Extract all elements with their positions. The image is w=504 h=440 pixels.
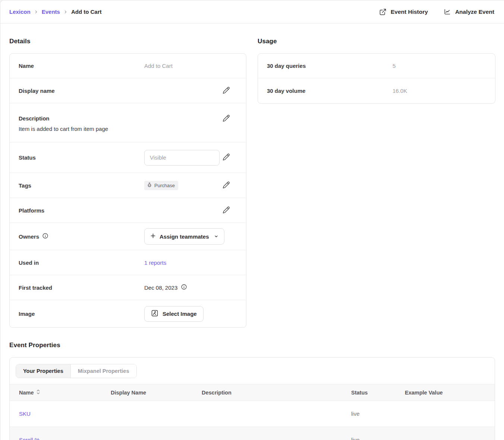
tag-label: Purchase — [154, 183, 175, 188]
queries-value: 5 — [393, 63, 396, 69]
volume-value: 16.0K — [393, 88, 407, 94]
chevron-right-icon — [63, 10, 68, 14]
image-label: Image — [19, 311, 144, 317]
line-chart-icon — [444, 8, 451, 16]
used-in-label: Used in — [19, 260, 144, 266]
queries-label: 30 day queries — [267, 63, 393, 69]
property-example-value — [396, 401, 495, 427]
info-icon[interactable] — [42, 233, 48, 240]
name-label: Name — [19, 63, 144, 69]
details-row-status: Status — [10, 142, 246, 173]
sort-icon — [37, 389, 40, 396]
pencil-icon — [223, 206, 230, 215]
event-properties-card: Your Properties Mixpanel Properties Name — [9, 357, 495, 440]
usage-heading: Usage — [258, 38, 495, 45]
event-properties-heading: Event Properties — [9, 342, 495, 349]
select-image-button[interactable]: Select Image — [144, 306, 204, 322]
event-properties-section: Event Properties Your Properties Mixpane… — [9, 342, 495, 440]
property-row-sku: SKU live — [10, 401, 495, 427]
pencil-icon — [223, 87, 230, 95]
select-image-label: Select Image — [163, 311, 197, 317]
property-display-name — [101, 401, 192, 427]
content: Details Name Add to Cart Display name — [0, 23, 504, 440]
details-row-tags: Tags $ Purchase — [10, 173, 246, 198]
property-link-scroll-pct[interactable]: Scroll % — [19, 437, 40, 440]
details-row-name: Name Add to Cart — [10, 54, 246, 78]
breadcrumb: Lexicon Events Add to Cart — [9, 9, 102, 15]
edit-status-button[interactable] — [222, 153, 231, 162]
image-icon — [151, 309, 158, 318]
tab-mixpanel-properties[interactable]: Mixpanel Properties — [71, 364, 136, 378]
assign-teammates-label: Assign teammates — [160, 233, 209, 240]
topbar: Lexicon Events Add to Cart Event History — [0, 0, 504, 23]
chevron-down-icon — [214, 233, 218, 240]
column-header-example-value[interactable]: Example Value — [396, 384, 495, 401]
tab-your-properties[interactable]: Your Properties — [16, 364, 71, 378]
pencil-icon — [223, 181, 230, 190]
details-row-first-tracked: First tracked Dec 08, 2023 — [10, 275, 246, 300]
tags-label: Tags — [19, 182, 144, 189]
details-section: Details Name Add to Cart Display name — [9, 38, 246, 328]
property-status: live — [342, 427, 396, 440]
property-display-name — [101, 427, 192, 440]
property-status: live — [342, 401, 396, 427]
info-icon[interactable] — [181, 284, 187, 291]
chevron-right-icon — [34, 10, 38, 14]
breadcrumb-events[interactable]: Events — [42, 9, 60, 15]
analyze-event-label: Analyze Event — [455, 9, 494, 15]
tag-purchase[interactable]: $ Purchase — [144, 181, 178, 190]
assign-teammates-button[interactable]: Assign teammates — [144, 228, 224, 245]
edit-tags-button[interactable] — [222, 181, 231, 190]
volume-label: 30 day volume — [267, 88, 393, 94]
display-name-label: Display name — [19, 88, 144, 94]
column-header-name[interactable]: Name — [10, 384, 101, 401]
details-row-owners: Owners Assign teammates — [10, 223, 246, 250]
pencil-icon — [223, 114, 230, 123]
property-link-sku[interactable]: SKU — [19, 411, 31, 417]
analyze-event-button[interactable]: Analyze Event — [444, 8, 494, 16]
first-tracked-label: First tracked — [19, 285, 144, 291]
usage-row-queries: 30 day queries 5 — [258, 54, 495, 78]
platforms-label: Platforms — [19, 207, 144, 214]
details-heading: Details — [9, 38, 246, 45]
properties-table: Name Display Name Description Status Exa… — [10, 384, 495, 440]
topbar-actions: Event History Analyze Event — [379, 8, 494, 16]
usage-section: Usage 30 day queries 5 30 day volume 16.… — [258, 38, 495, 328]
property-description — [192, 427, 342, 440]
status-input[interactable] — [144, 150, 220, 166]
description-value: Item is added to cart from item page — [19, 126, 144, 132]
column-header-description[interactable]: Description — [192, 384, 342, 401]
event-history-button[interactable]: Event History — [379, 8, 428, 16]
details-card: Name Add to Cart Display name — [9, 53, 246, 328]
svg-text:$: $ — [149, 184, 150, 187]
breadcrumb-current-event: Add to Cart — [71, 9, 102, 15]
first-tracked-value: Dec 08, 2023 — [144, 285, 177, 291]
details-row-used-in: Used in 1 reports — [10, 250, 246, 275]
details-row-display-name: Display name — [10, 78, 246, 103]
breadcrumb-lexicon[interactable]: Lexicon — [9, 9, 31, 15]
owners-label: Owners — [19, 233, 39, 240]
details-row-description: Description Item is added to cart from i… — [10, 103, 246, 142]
property-row-scroll-pct: Scroll % live — [10, 427, 495, 440]
external-link-icon — [379, 8, 387, 16]
plus-icon — [150, 233, 156, 240]
event-history-label: Event History — [391, 9, 428, 15]
table-header-row: Name Display Name Description Status Exa… — [10, 384, 495, 401]
details-row-image: Image Select Image — [10, 300, 246, 327]
property-description — [192, 401, 342, 427]
details-row-platforms: Platforms — [10, 198, 246, 223]
usage-row-volume: 30 day volume 16.0K — [258, 78, 495, 103]
column-header-status[interactable]: Status — [342, 384, 396, 401]
edit-platforms-button[interactable] — [222, 206, 231, 215]
property-example-value — [396, 427, 495, 440]
edit-display-name-button[interactable] — [222, 86, 231, 95]
column-header-display-name[interactable]: Display Name — [101, 384, 192, 401]
status-label: Status — [19, 154, 144, 161]
name-value: Add to Cart — [144, 63, 173, 69]
edit-description-button[interactable] — [222, 114, 231, 123]
pencil-icon — [223, 153, 230, 162]
lexicon-event-detail-page: Lexicon Events Add to Cart Event History — [0, 0, 504, 440]
used-in-reports-link[interactable]: 1 reports — [144, 260, 166, 266]
description-label: Description — [19, 115, 144, 122]
properties-tabs: Your Properties Mixpanel Properties — [16, 364, 137, 378]
